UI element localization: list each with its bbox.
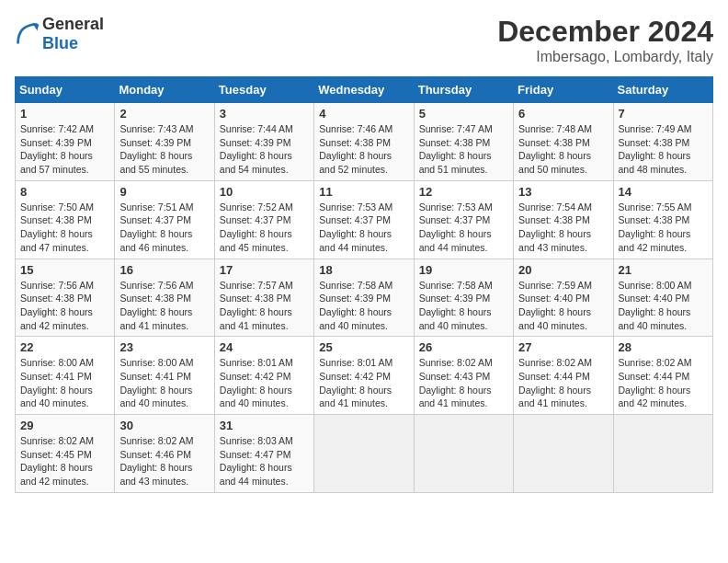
weekday-header: Wednesday: [314, 77, 414, 103]
calendar-day-cell: 16Sunrise: 7:56 AMSunset: 4:38 PMDayligh…: [115, 259, 214, 337]
calendar-day-cell: [314, 415, 414, 493]
day-info: Sunrise: 7:47 AMSunset: 4:38 PMDaylight:…: [419, 122, 508, 177]
calendar-day-cell: [514, 415, 613, 493]
day-number: 30: [119, 419, 209, 432]
calendar-day-cell: 15Sunrise: 7:56 AMSunset: 4:38 PMDayligh…: [16, 259, 115, 337]
day-number: 15: [20, 263, 109, 277]
calendar-day-cell: 31Sunrise: 8:03 AMSunset: 4:47 PMDayligh…: [214, 415, 313, 493]
day-number: 25: [319, 340, 408, 354]
day-number: 14: [619, 185, 708, 199]
logo-icon: [15, 21, 40, 47]
weekday-header: Saturday: [613, 77, 712, 103]
calendar-day-cell: 26Sunrise: 8:02 AMSunset: 4:43 PMDayligh…: [414, 337, 513, 415]
day-number: 26: [419, 340, 508, 354]
calendar-day-cell: [414, 415, 513, 493]
calendar-day-cell: 23Sunrise: 8:00 AMSunset: 4:41 PMDayligh…: [115, 337, 214, 415]
day-info: Sunrise: 7:57 AMSunset: 4:38 PMDaylight:…: [220, 279, 309, 333]
day-number: 17: [220, 263, 309, 277]
day-number: 18: [319, 263, 408, 277]
day-number: 21: [619, 263, 708, 277]
day-number: 7: [619, 107, 708, 121]
calendar-day-cell: 5Sunrise: 7:47 AMSunset: 4:38 PMDaylight…: [414, 103, 513, 181]
day-info: Sunrise: 7:48 AMSunset: 4:38 PMDaylight:…: [518, 122, 608, 177]
calendar-week-row: 22Sunrise: 8:00 AMSunset: 4:41 PMDayligh…: [16, 337, 713, 415]
calendar-day-cell: 19Sunrise: 7:58 AMSunset: 4:39 PMDayligh…: [414, 259, 513, 337]
calendar-day-cell: 11Sunrise: 7:53 AMSunset: 4:37 PMDayligh…: [314, 180, 414, 259]
calendar-day-cell: 27Sunrise: 8:02 AMSunset: 4:44 PMDayligh…: [514, 337, 613, 415]
day-info: Sunrise: 7:52 AMSunset: 4:37 PMDaylight:…: [220, 201, 309, 255]
day-info: Sunrise: 8:02 AMSunset: 4:43 PMDaylight:…: [419, 356, 508, 410]
calendar-day-cell: 3Sunrise: 7:44 AMSunset: 4:39 PMDaylight…: [214, 103, 313, 181]
day-info: Sunrise: 8:00 AMSunset: 4:41 PMDaylight:…: [119, 356, 209, 410]
day-info: Sunrise: 8:00 AMSunset: 4:41 PMDaylight:…: [20, 356, 109, 410]
day-number: 3: [220, 107, 309, 121]
logo: General Blue: [15, 15, 104, 53]
weekday-header: Thursday: [414, 77, 513, 103]
calendar-day-cell: 2Sunrise: 7:43 AMSunset: 4:39 PMDaylight…: [115, 103, 214, 181]
calendar-week-row: 15Sunrise: 7:56 AMSunset: 4:38 PMDayligh…: [16, 259, 713, 337]
day-info: Sunrise: 7:49 AMSunset: 4:38 PMDaylight:…: [619, 122, 708, 177]
day-info: Sunrise: 7:42 AMSunset: 4:39 PMDaylight:…: [20, 122, 109, 177]
calendar-day-cell: 4Sunrise: 7:46 AMSunset: 4:38 PMDaylight…: [314, 103, 414, 181]
day-info: Sunrise: 7:44 AMSunset: 4:39 PMDaylight:…: [220, 122, 309, 177]
calendar-day-cell: 24Sunrise: 8:01 AMSunset: 4:42 PMDayligh…: [214, 337, 313, 415]
calendar-day-cell: 10Sunrise: 7:52 AMSunset: 4:37 PMDayligh…: [214, 180, 313, 259]
svg-marker-1: [32, 23, 39, 31]
day-info: Sunrise: 7:51 AMSunset: 4:37 PMDaylight:…: [119, 201, 209, 255]
day-number: 8: [20, 185, 109, 199]
calendar-day-cell: 22Sunrise: 8:00 AMSunset: 4:41 PMDayligh…: [16, 337, 115, 415]
day-info: Sunrise: 7:58 AMSunset: 4:39 PMDaylight:…: [319, 279, 408, 333]
logo-text-blue: Blue: [42, 34, 78, 52]
calendar-day-cell: 28Sunrise: 8:02 AMSunset: 4:44 PMDayligh…: [613, 337, 712, 415]
day-number: 12: [419, 185, 508, 199]
day-number: 28: [619, 340, 708, 354]
day-number: 1: [20, 107, 109, 121]
calendar-day-cell: 1Sunrise: 7:42 AMSunset: 4:39 PMDaylight…: [16, 103, 115, 181]
calendar-day-cell: 14Sunrise: 7:55 AMSunset: 4:38 PMDayligh…: [613, 180, 712, 259]
day-info: Sunrise: 8:00 AMSunset: 4:40 PMDaylight:…: [619, 279, 708, 333]
day-number: 29: [20, 419, 109, 432]
calendar-day-cell: 13Sunrise: 7:54 AMSunset: 4:38 PMDayligh…: [514, 180, 613, 259]
calendar-week-row: 29Sunrise: 8:02 AMSunset: 4:45 PMDayligh…: [16, 415, 713, 493]
weekday-header: Friday: [514, 77, 613, 103]
page-header: General Blue December 2024 Imbersago, Lo…: [15, 15, 713, 65]
day-number: 13: [518, 185, 608, 199]
calendar-day-cell: 9Sunrise: 7:51 AMSunset: 4:37 PMDaylight…: [115, 180, 214, 259]
calendar-day-cell: [613, 415, 712, 493]
day-number: 6: [518, 107, 608, 121]
logo-text-general: General: [42, 15, 104, 33]
calendar-title: December 2024: [497, 15, 713, 49]
calendar-week-row: 8Sunrise: 7:50 AMSunset: 4:38 PMDaylight…: [16, 180, 713, 259]
day-number: 4: [319, 107, 408, 121]
day-number: 2: [119, 107, 209, 121]
calendar-table: SundayMondayTuesdayWednesdayThursdayFrid…: [15, 76, 713, 493]
calendar-subtitle: Imbersago, Lombardy, Italy: [497, 49, 713, 65]
calendar-day-cell: 21Sunrise: 8:00 AMSunset: 4:40 PMDayligh…: [613, 259, 712, 337]
day-info: Sunrise: 8:01 AMSunset: 4:42 PMDaylight:…: [220, 356, 309, 410]
weekday-header: Tuesday: [214, 77, 313, 103]
calendar-day-cell: 25Sunrise: 8:01 AMSunset: 4:42 PMDayligh…: [314, 337, 414, 415]
day-info: Sunrise: 8:02 AMSunset: 4:44 PMDaylight:…: [619, 356, 708, 410]
day-info: Sunrise: 8:02 AMSunset: 4:46 PMDaylight:…: [119, 434, 209, 488]
day-number: 23: [119, 340, 209, 354]
day-number: 31: [220, 419, 309, 432]
day-info: Sunrise: 7:54 AMSunset: 4:38 PMDaylight:…: [518, 201, 608, 255]
day-number: 11: [319, 185, 408, 199]
calendar-day-cell: 12Sunrise: 7:53 AMSunset: 4:37 PMDayligh…: [414, 180, 513, 259]
day-info: Sunrise: 7:55 AMSunset: 4:38 PMDaylight:…: [619, 201, 708, 255]
title-block: December 2024 Imbersago, Lombardy, Italy: [497, 15, 713, 65]
day-number: 9: [119, 185, 209, 199]
day-info: Sunrise: 8:02 AMSunset: 4:45 PMDaylight:…: [20, 434, 109, 488]
calendar-header-row: SundayMondayTuesdayWednesdayThursdayFrid…: [16, 77, 713, 103]
day-info: Sunrise: 7:53 AMSunset: 4:37 PMDaylight:…: [319, 201, 408, 255]
day-number: 20: [518, 263, 608, 277]
day-info: Sunrise: 7:58 AMSunset: 4:39 PMDaylight:…: [419, 279, 508, 333]
day-number: 5: [419, 107, 508, 121]
calendar-day-cell: 7Sunrise: 7:49 AMSunset: 4:38 PMDaylight…: [613, 103, 712, 181]
calendar-day-cell: 8Sunrise: 7:50 AMSunset: 4:38 PMDaylight…: [16, 180, 115, 259]
day-info: Sunrise: 8:03 AMSunset: 4:47 PMDaylight:…: [220, 434, 309, 488]
day-info: Sunrise: 7:59 AMSunset: 4:40 PMDaylight:…: [518, 279, 608, 333]
calendar-day-cell: 18Sunrise: 7:58 AMSunset: 4:39 PMDayligh…: [314, 259, 414, 337]
day-number: 10: [220, 185, 309, 199]
calendar-day-cell: 20Sunrise: 7:59 AMSunset: 4:40 PMDayligh…: [514, 259, 613, 337]
